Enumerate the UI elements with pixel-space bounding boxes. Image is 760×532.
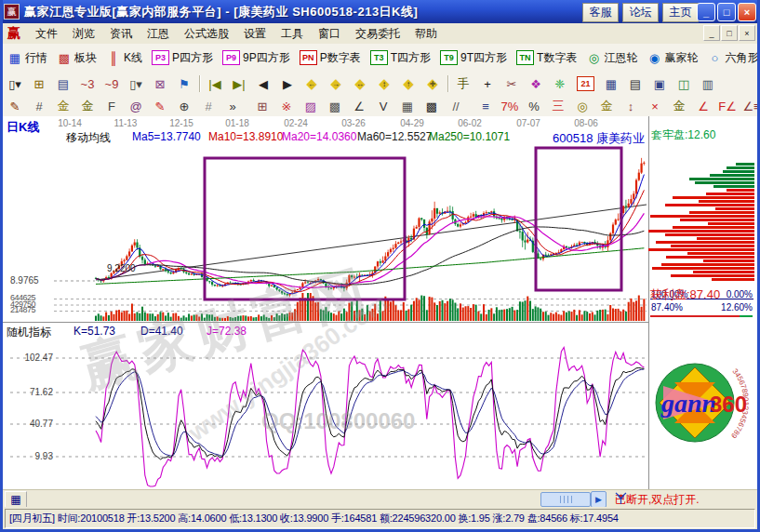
stochastic-pane[interactable]: 随机指标 K=51.73 D=41.40 J=72.38 102.4771.62… — [3, 322, 648, 490]
fan-rays-tool[interactable]: ※ — [275, 97, 298, 115]
gann-wheel-button[interactable]: ◎江恩轮 — [582, 48, 641, 68]
kline-button[interactable]: ║K线 — [102, 48, 146, 68]
candle-small-dropdown[interactable]: ▯▾ — [125, 74, 147, 93]
grid-dense-tool[interactable]: ▦ — [396, 97, 419, 115]
angle-line-tool[interactable]: ∠ — [348, 97, 370, 115]
menu-浏览[interactable]: 浏览 — [65, 24, 102, 44]
menu-窗口[interactable]: 窗口 — [311, 24, 348, 44]
menu-资讯[interactable]: 资讯 — [102, 24, 140, 44]
diamond-up-button[interactable]: ◆↕ — [373, 74, 395, 93]
diamond-left-button[interactable]: ◆← — [300, 74, 323, 93]
gold-grid-tool[interactable]: 金 — [52, 97, 74, 115]
gold-line-tool[interactable]: 金 — [595, 97, 618, 115]
pattern-tool[interactable]: ❈ — [549, 74, 571, 93]
wave3-tool[interactable]: ~3 — [76, 74, 99, 93]
v-line-tool[interactable]: V — [372, 97, 394, 115]
save-button[interactable]: ▣ — [648, 74, 671, 93]
menu-工具[interactable]: 工具 — [273, 24, 311, 44]
first-bar-button[interactable]: |◀ — [204, 74, 226, 93]
grid-ruler-tool[interactable]: # — [28, 97, 50, 115]
data-table-button[interactable]: ▦ — [5, 491, 27, 508]
pen-tool[interactable]: ✎ — [4, 97, 26, 115]
close-button[interactable]: × — [738, 3, 756, 21]
sector-button[interactable]: ▩板块 — [53, 48, 100, 68]
p9-square-button[interactable]: P99P四方形 — [219, 48, 294, 68]
f-angle-tool[interactable]: F∠ — [716, 97, 739, 115]
diamond-expand-button[interactable]: ◆↑ — [397, 74, 420, 93]
export-button[interactable]: ◫ — [673, 74, 695, 93]
grid-dark-tool[interactable]: ▩ — [420, 97, 443, 115]
minimize-button[interactable]: _ — [697, 3, 715, 21]
candle-style-dropdown[interactable]: ▯▾ — [4, 74, 26, 93]
candle-arrow-tool[interactable]: ↕ — [620, 97, 642, 115]
t9-square-button[interactable]: T99T四方形 — [436, 48, 511, 68]
circle-gold-tool[interactable]: ◎ — [571, 97, 593, 115]
percent7-tool[interactable]: 7% — [499, 97, 521, 115]
analysis-box-2[interactable] — [536, 148, 621, 290]
calculator-button[interactable]: ▦ — [600, 74, 622, 93]
step-chart-tool[interactable]: ≡ — [474, 97, 497, 115]
scissors-tool[interactable]: ✂ — [500, 74, 523, 93]
print-button[interactable]: ▥ — [697, 74, 719, 93]
percent-tool[interactable]: % — [523, 97, 545, 115]
child-close-button[interactable]: × — [739, 25, 755, 41]
circle-cross-tool[interactable]: ⊕ — [173, 97, 195, 115]
scrollbar-thumb[interactable] — [540, 492, 591, 507]
holder-distribution-panel[interactable]: 套牢盘:12.60 100.00% 0.00% 获利盘:87.40 87.40%… — [648, 116, 757, 489]
gold-tool[interactable]: 金 — [668, 97, 690, 115]
net2-tool[interactable]: ⊠ — [149, 74, 171, 93]
title-button-3[interactable]: 主页 — [662, 3, 699, 22]
gann-net-tool[interactable]: ⊞ — [28, 74, 50, 93]
menu-设置[interactable]: 设置 — [236, 24, 273, 44]
diamond-right-button[interactable]: ◆→ — [325, 74, 347, 93]
title-button-2[interactable]: 论坛 — [622, 3, 659, 22]
diamond-all-button[interactable]: ◆✛ — [421, 74, 444, 93]
box-shade-tool[interactable]: ▩ — [324, 97, 346, 115]
hexagon-button[interactable]: ○六角形 — [703, 48, 757, 68]
diamond-hflip-button[interactable]: ◆↔ — [349, 74, 371, 93]
grid-plain-tool[interactable]: # — [197, 97, 220, 115]
overflow-more[interactable]: » — [221, 97, 244, 115]
list-tool[interactable]: ▤ — [52, 74, 74, 93]
menu-交易委托[interactable]: 交易委托 — [348, 24, 407, 44]
kline-chart[interactable] — [3, 116, 648, 322]
flag-tool[interactable]: ⚑ — [173, 74, 195, 93]
child-minimize-button[interactable]: _ — [703, 25, 720, 41]
notebook-button[interactable]: ▤ — [624, 74, 647, 93]
calendar-button[interactable]: 21 — [573, 74, 598, 93]
winner-wheel-button[interactable]: ◉赢家轮 — [643, 48, 701, 68]
last-bar-button[interactable]: ▶| — [228, 74, 250, 93]
pen-red-tool[interactable]: ✎ — [149, 97, 171, 115]
menu-公式选股[interactable]: 公式选股 — [177, 24, 236, 44]
stochastic-chart[interactable] — [3, 323, 648, 490]
box-hatch-tool[interactable]: ▨ — [300, 97, 322, 115]
child-restore-button[interactable]: □ — [721, 25, 738, 41]
t-number-button[interactable]: TNT数字表 — [513, 48, 580, 68]
scroll-right-button[interactable]: ▶ — [591, 491, 607, 508]
quote-table-button[interactable]: ▦行情 — [4, 48, 51, 68]
chart-column[interactable]: 日K线 10-1411-1312-1501-1802-2403-2604-290… — [3, 116, 649, 489]
analysis-box-1[interactable] — [205, 158, 405, 299]
maximize-button[interactable]: □ — [717, 3, 736, 21]
next-bar-button[interactable]: ▶ — [276, 74, 299, 93]
p-square-button[interactable]: P3P四方形 — [148, 48, 217, 68]
menu-帮助[interactable]: 帮助 — [407, 24, 445, 44]
spiral-tool[interactable]: @ — [125, 97, 147, 115]
f-grid-tool[interactable]: F — [100, 97, 123, 115]
crosshair-tool[interactable]: + — [476, 74, 499, 93]
connection-status[interactable]: 已断开,双点打开. — [615, 492, 700, 508]
menu-文件[interactable]: 文件 — [28, 24, 65, 44]
prev-bar-button[interactable]: ◀ — [252, 74, 274, 93]
box-grid-tool[interactable]: ⊞ — [251, 97, 273, 115]
menu-江恩[interactable]: 江恩 — [140, 24, 177, 44]
angle-red-tool[interactable]: ∠ — [692, 97, 714, 115]
parallel-lines-tool[interactable]: // — [445, 97, 467, 115]
angle-lines-tool[interactable]: ∠≡ — [740, 97, 757, 115]
kline-pane[interactable]: 日K线 10-1411-1312-1501-1802-2403-2604-290… — [3, 116, 648, 322]
p-number-button[interactable]: PNP数字表 — [296, 48, 365, 68]
title-button-1[interactable]: 客服 — [582, 3, 619, 22]
three-lines-tool[interactable]: 三 — [547, 97, 569, 115]
gold-grid2-tool[interactable]: 金 — [76, 97, 99, 115]
ribbon-tool[interactable]: ❖ — [525, 74, 547, 93]
hand-tool[interactable]: 手 — [452, 74, 474, 93]
